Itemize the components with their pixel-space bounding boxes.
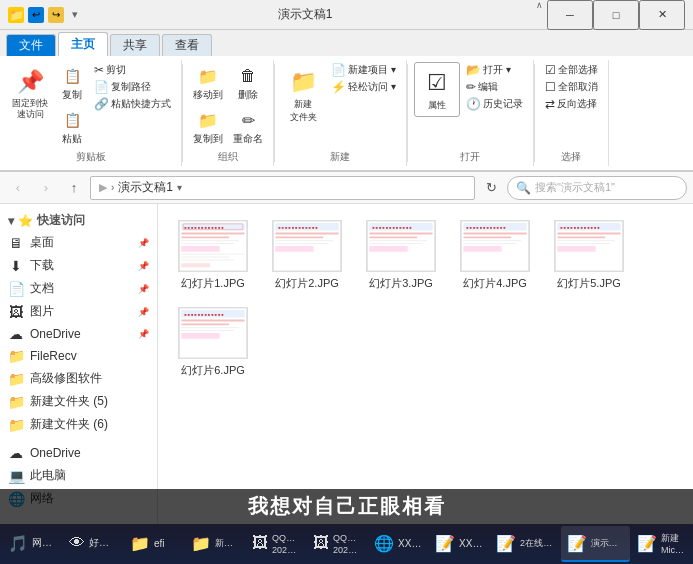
file-item-3[interactable]: ■ ■ ■ ■ ■ ■ ■ ■ ■ ■ ■ ■ 幻灯片3.JPG — [356, 214, 446, 297]
docx1-icon: 📝 — [435, 534, 455, 553]
svg-rect-32 — [463, 236, 511, 238]
pin-to-quick-access-button[interactable]: 📌 固定到快速访问 — [6, 62, 54, 124]
properties-label: 属性 — [428, 99, 446, 112]
taskbar-item-viewer[interactable]: 👁 好看看看 — [63, 526, 123, 562]
sidebar-item-filerecv[interactable]: 📁 FileRecv — [0, 345, 157, 367]
sidebar-item-thispc[interactable]: 💻 此电脑 — [0, 464, 157, 487]
sidebar-item-onedrive-quick[interactable]: ☁ OneDrive 📌 — [0, 323, 157, 345]
slide-svg-6: ■ ■ ■ ■ ■ ■ ■ ■ ■ ■ ■ ■ — [179, 308, 247, 358]
search-box[interactable]: 🔍 搜索"演示文稿1" — [507, 176, 687, 200]
quick-access-header[interactable]: ▾ ⭐ 快速访问 — [0, 208, 157, 231]
open-label: 打开 ▾ — [483, 63, 511, 77]
paste-button[interactable]: 📋 粘贴 — [56, 106, 88, 148]
taskbar-item-folder6[interactable]: 📁 新建文件夹(6) — [185, 526, 245, 562]
docx1-label: XXXX.docx — [459, 538, 483, 549]
tab-view[interactable]: 查看 — [162, 34, 212, 56]
move-to-button[interactable]: 📁 移动到 — [189, 62, 227, 104]
deselect-all-button[interactable]: ☐ 全部取消 — [541, 79, 602, 95]
forward-button[interactable]: › — [34, 176, 58, 200]
copy-button[interactable]: 📋 复制 — [56, 62, 88, 104]
sidebar-item-onedrive[interactable]: ☁ OneDrive — [0, 442, 157, 464]
up-button[interactable]: ↑ — [62, 176, 86, 200]
svg-rect-23 — [369, 233, 432, 235]
maximize-button[interactable]: □ — [593, 0, 639, 30]
file-item-2[interactable]: ■ ■ ■ ■ ■ ■ ■ ■ ■ ■ ■ ■ 幻灯片2.JPG — [262, 214, 352, 297]
folder6-label: 新建文件夹(6) — [215, 537, 239, 550]
cut-button[interactable]: ✂ 剪切 — [90, 62, 175, 78]
dropdown-arrow[interactable]: ▾ — [68, 8, 78, 21]
onedrive-label: OneDrive — [30, 446, 149, 460]
taskbar-item-new-ms[interactable]: 📝 新建Microsoft... — [631, 526, 691, 562]
current-path: 演示文稿1 — [118, 179, 173, 196]
select-all-button[interactable]: ☑ 全部选择 — [541, 62, 602, 78]
file-thumbnail-2: ■ ■ ■ ■ ■ ■ ■ ■ ■ ■ ■ ■ — [272, 220, 342, 272]
address-input[interactable]: ▶ › 演示文稿1 ▾ — [90, 176, 475, 200]
easy-access-label: 轻松访问 ▾ — [348, 80, 396, 94]
tab-share[interactable]: 共享 — [110, 34, 160, 56]
paste-shortcut-button[interactable]: 🔗 粘贴快捷方式 — [90, 96, 175, 112]
pictures-pin: 📌 — [138, 307, 149, 317]
taskbar-item-docx1[interactable]: 📝 XXXX.docx — [429, 526, 489, 562]
taskbar-item-qq2[interactable]: 🖼 QQ图片2021042... — [307, 526, 367, 562]
rename-button[interactable]: ✏ 重命名 — [229, 106, 267, 148]
downloads-icon: ⬇ — [8, 258, 24, 274]
minimize-button[interactable]: ─ — [547, 0, 593, 30]
file-item-4[interactable]: ■ ■ ■ ■ ■ ■ ■ ■ ■ ■ ■ ■ 幻灯片4.JPG — [450, 214, 540, 297]
copy-to-label: 复制到 — [193, 132, 223, 146]
pictures-label: 图片 — [30, 303, 132, 320]
edit-button[interactable]: ✏ 编辑 — [462, 79, 527, 95]
taskbar-item-qq1[interactable]: 🖼 QQ图片2021042... — [246, 526, 306, 562]
svg-rect-50 — [181, 330, 234, 331]
cut-icon: ✂ — [94, 63, 104, 77]
close-button[interactable]: ✕ — [639, 0, 685, 30]
taskbar-item-mindmap[interactable]: 📝 2在线思维导.docx — [490, 526, 559, 562]
file-item-1[interactable]: ■ ■ ■ ■ ■ ■ ■ ■ ■ ■ ■ ■ 幻灯片1.JPG — [168, 214, 258, 297]
redo-icon[interactable]: ↪ — [48, 7, 64, 23]
file-thumbnail-1: ■ ■ ■ ■ ■ ■ ■ ■ ■ ■ ■ ■ — [178, 220, 248, 272]
sidebar-item-newfolder5[interactable]: 📁 新建文件夹 (5) — [0, 390, 157, 413]
sidebar-item-desktop[interactable]: 🖥 桌面 📌 — [0, 231, 157, 254]
title-bar: 📁 ↩ ↪ ▾ 演示文稿1 ∧ ─ □ ✕ — [0, 0, 693, 30]
copy-path-label: 复制路径 — [111, 80, 151, 94]
new-item-button[interactable]: 📄 新建项目 ▾ — [327, 62, 400, 78]
svg-rect-2 — [181, 233, 244, 235]
path-dropdown[interactable]: ▾ — [173, 182, 186, 193]
filerecv-label: FileRecv — [30, 349, 149, 363]
tab-home[interactable]: 主页 — [58, 32, 108, 56]
open-button[interactable]: 📂 打开 ▾ — [462, 62, 527, 78]
copy-to-button[interactable]: 📁 复制到 — [189, 106, 227, 148]
properties-button[interactable]: ☑ 属性 — [414, 62, 460, 117]
taskbar-item-music[interactable]: 🎵 网易云音乐 — [2, 526, 62, 562]
qq2-label: QQ图片2021042... — [333, 532, 361, 555]
svg-rect-6 — [181, 246, 219, 252]
open-buttons: ☑ 属性 📂 打开 ▾ ✏ 编辑 🕐 历史记录 — [414, 62, 527, 148]
tab-file[interactable]: 文件 — [6, 34, 56, 56]
taskbar-item-presentation[interactable]: 📝 演示文稿1图.docx — [561, 526, 630, 562]
undo-icon[interactable]: ↩ — [28, 7, 44, 23]
refresh-button[interactable]: ↻ — [479, 176, 503, 200]
file-item-5[interactable]: ■ ■ ■ ■ ■ ■ ■ ■ ■ ■ ■ ■ 幻灯片5.JPG — [544, 214, 634, 297]
copy-path-button[interactable]: 📄 复制路径 — [90, 79, 175, 95]
up-arrow[interactable]: ∧ — [532, 0, 547, 30]
file-item-6[interactable]: ■ ■ ■ ■ ■ ■ ■ ■ ■ ■ ■ ■ 幻灯片6.JPG — [168, 301, 258, 384]
ribbon: 文件 主页 共享 查看 📌 固定到快速访问 📋 复制 📋 粘 — [0, 30, 693, 172]
delete-button[interactable]: 🗑 删除 — [229, 62, 267, 104]
taskbar-item-html[interactable]: 🌐 XXXX.html — [368, 526, 428, 562]
file-name-3: 幻灯片3.JPG — [369, 276, 433, 291]
deselect-all-label: 全部取消 — [558, 80, 598, 94]
taskbar-item-efi[interactable]: 📁 efi — [124, 526, 184, 562]
back-button[interactable]: ‹ — [6, 176, 30, 200]
sidebar-item-photo-editor[interactable]: 📁 高级修图软件 — [0, 367, 157, 390]
easy-access-button[interactable]: ⚡ 轻松访问 ▾ — [327, 79, 400, 95]
new-folder-button[interactable]: 📁 新建文件夹 — [281, 62, 325, 128]
svg-rect-51 — [181, 333, 219, 339]
svg-rect-24 — [369, 236, 417, 238]
desktop-pin: 📌 — [138, 238, 149, 248]
sidebar-item-newfolder6[interactable]: 📁 新建文件夹 (6) — [0, 413, 157, 436]
sidebar-item-pictures[interactable]: 🖼 图片 📌 — [0, 300, 157, 323]
history-button[interactable]: 🕐 历史记录 — [462, 96, 527, 112]
sidebar-item-documents[interactable]: 📄 文档 📌 — [0, 277, 157, 300]
sidebar-item-downloads[interactable]: ⬇ 下载 📌 — [0, 254, 157, 277]
onedrive-quick-icon: ☁ — [8, 326, 24, 342]
invert-selection-button[interactable]: ⇄ 反向选择 — [541, 96, 602, 112]
